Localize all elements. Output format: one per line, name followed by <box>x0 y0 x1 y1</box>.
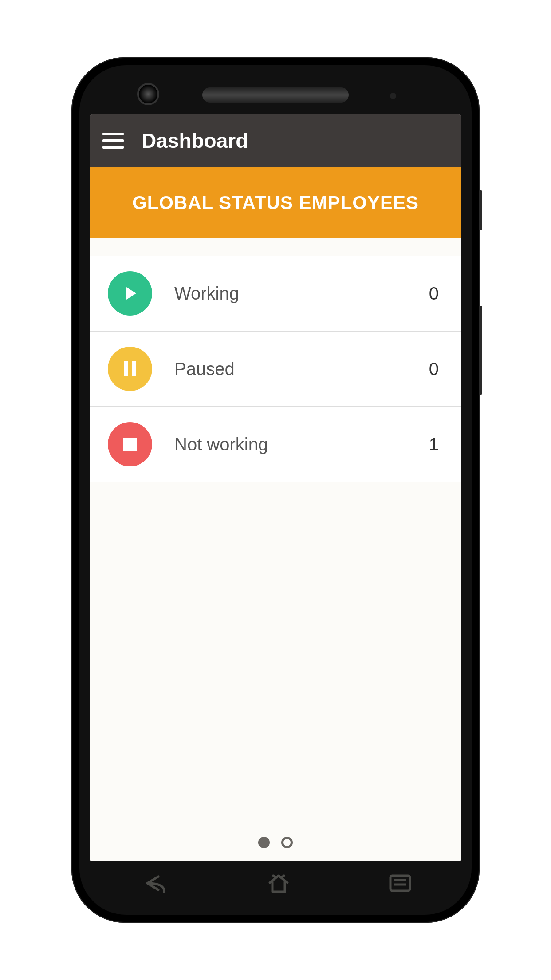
status-count: 1 <box>429 435 439 454</box>
status-list: Working 0 Paused 0 Not working 1 <box>90 256 461 482</box>
banner-title: GLOBAL STATUS EMPLOYEES <box>132 192 419 213</box>
stop-icon <box>108 422 152 466</box>
status-row-paused[interactable]: Paused 0 <box>90 332 461 407</box>
status-label: Paused <box>174 359 429 379</box>
camera-dot <box>137 83 159 105</box>
phone-frame: Dashboard GLOBAL STATUS EMPLOYEES Workin… <box>71 57 480 923</box>
pager-dot-active[interactable] <box>258 837 270 848</box>
page-title: Dashboard <box>142 129 248 153</box>
play-icon <box>108 271 152 316</box>
pause-icon <box>108 347 152 391</box>
side-button <box>479 190 482 230</box>
back-icon[interactable] <box>138 872 169 894</box>
pager-dot[interactable] <box>281 837 293 848</box>
speaker-grille <box>202 87 349 103</box>
sensor-dot <box>390 93 396 99</box>
home-icon[interactable] <box>266 872 291 894</box>
svg-marker-0 <box>126 287 136 300</box>
status-count: 0 <box>429 284 439 304</box>
status-label: Working <box>174 284 429 304</box>
recents-icon[interactable] <box>388 873 413 893</box>
status-label: Not working <box>174 435 429 454</box>
screen: Dashboard GLOBAL STATUS EMPLOYEES Workin… <box>90 114 461 861</box>
page-indicator <box>90 837 461 848</box>
status-count: 0 <box>429 359 439 379</box>
status-row-working[interactable]: Working 0 <box>90 256 461 332</box>
status-banner: GLOBAL STATUS EMPLOYEES <box>90 167 461 238</box>
hamburger-menu-icon[interactable] <box>102 129 124 153</box>
svg-rect-1 <box>390 876 410 891</box>
side-button <box>479 306 482 395</box>
android-nav-bar <box>90 863 461 903</box>
app-bar: Dashboard <box>90 114 461 167</box>
status-row-not-working[interactable]: Not working 1 <box>90 407 461 482</box>
